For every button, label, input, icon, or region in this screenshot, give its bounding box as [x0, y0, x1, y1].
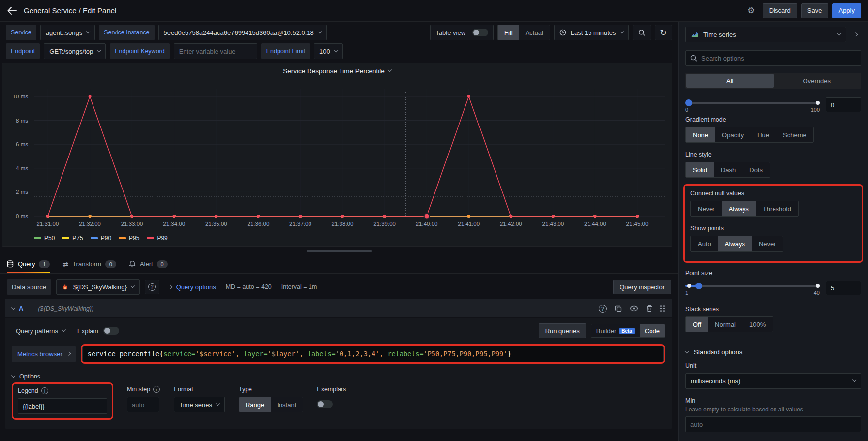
show-points-group: Show points Auto Always Never [690, 225, 856, 252]
time-range-picker[interactable]: Last 15 minutes [554, 25, 629, 40]
zoom-out-icon [638, 29, 646, 36]
back-button[interactable] [7, 6, 17, 15]
point-size-value[interactable]: 5 [826, 281, 861, 295]
line-solid-option[interactable]: Solid [686, 162, 714, 177]
promql-expression-input[interactable]: service_percentile{service='$service', l… [82, 346, 664, 362]
metrics-browser-button[interactable]: Metrics browser [12, 346, 76, 362]
line-dash-option[interactable]: Dash [714, 162, 743, 177]
zoom-out-button[interactable] [633, 25, 651, 40]
stack-normal-option[interactable]: Normal [708, 317, 743, 332]
gradient-scheme-option[interactable]: Scheme [776, 127, 813, 142]
explain-toggle[interactable] [103, 327, 119, 335]
query-options-section-toggle[interactable]: Options [5, 365, 672, 385]
panel-settings-button[interactable] [744, 3, 759, 18]
legend-item-P99[interactable]: P99 [147, 235, 167, 242]
tab-overrides[interactable]: Overrides [774, 74, 861, 88]
panel-resize-handle[interactable] [307, 250, 372, 252]
table-view-control: Table view [430, 25, 494, 40]
endpoint-limit-select[interactable]: 100 [314, 43, 343, 59]
slider-handle[interactable] [695, 283, 702, 289]
panel-title[interactable]: Service Response Time Percentile [2, 63, 672, 78]
fill-opacity-slider[interactable]: 0 100 [685, 97, 820, 114]
visualization-select[interactable]: Time series [685, 27, 846, 42]
query-row-actions [599, 305, 665, 313]
options-search-input[interactable] [701, 55, 856, 62]
tab-transform[interactable]: Transform 0 [62, 255, 116, 273]
table-view-toggle[interactable] [472, 29, 488, 36]
fill-option[interactable]: Fill [498, 25, 519, 40]
query-row-header[interactable]: A (${DS_SkyWalking}) [5, 299, 672, 318]
query-options-toggle[interactable]: Query options [168, 284, 216, 291]
query-inspector-button[interactable]: Query inspector [613, 280, 671, 294]
svg-text:8 ms: 8 ms [16, 118, 28, 124]
save-button[interactable]: Save [801, 3, 829, 18]
gradient-none-option[interactable]: None [686, 127, 715, 142]
service-variable-select[interactable]: agent::songs [40, 25, 95, 40]
interval-info: Interval = 1m [281, 284, 317, 290]
tab-query[interactable]: Query 1 [7, 255, 50, 273]
slider-handle[interactable] [685, 99, 692, 106]
legend-item-P95[interactable]: P95 [119, 235, 139, 242]
builder-mode-option[interactable]: Builder Beta [591, 324, 640, 337]
help-icon[interactable] [599, 305, 607, 313]
chevron-down-icon [130, 284, 134, 288]
apply-button[interactable]: Apply [832, 3, 861, 18]
actual-option[interactable]: Actual [519, 25, 550, 40]
endpoint-variable-label: Endpoint [6, 43, 40, 59]
connect-never-option[interactable]: Never [691, 201, 722, 216]
point-size-slider[interactable]: 1 40 [685, 281, 820, 297]
collapse-options-pane-button[interactable] [849, 27, 861, 42]
legend-item-P90[interactable]: P90 [91, 235, 111, 242]
unit-select[interactable]: milliseconds (ms) [685, 373, 861, 389]
exemplars-toggle[interactable] [317, 400, 333, 408]
trash-icon[interactable] [646, 305, 652, 312]
query-patterns-dropdown[interactable]: Query patterns [16, 327, 65, 335]
min-input[interactable] [685, 416, 861, 432]
datasource-help-button[interactable] [145, 280, 159, 294]
connect-threshold-option[interactable]: Threshold [756, 201, 798, 216]
line-dots-option[interactable]: Dots [743, 162, 770, 177]
refresh-button[interactable] [655, 25, 672, 40]
query-options-fields: Legend Min step Format Time series [5, 385, 672, 429]
legend-annotation-box: Legend [12, 382, 113, 420]
legend-input[interactable] [18, 398, 107, 414]
type-range-option[interactable]: Range [239, 397, 271, 412]
drag-handle-icon[interactable] [660, 305, 665, 312]
fill-actual-switch: Fill Actual [497, 25, 550, 40]
gradient-hue-option[interactable]: Hue [750, 127, 776, 142]
gradient-opacity-option[interactable]: Opacity [715, 127, 750, 142]
standard-options-section-toggle[interactable]: Standard options [685, 341, 861, 362]
discard-button[interactable]: Discard [763, 3, 797, 18]
tab-all[interactable]: All [686, 74, 774, 88]
format-select[interactable]: Time series [174, 397, 225, 412]
chart-panel: Service Response Time Percentile 0 ms2 m… [2, 63, 672, 247]
points-auto-option[interactable]: Auto [691, 236, 718, 251]
points-always-option[interactable]: Always [718, 236, 752, 251]
service-instance-variable-select[interactable]: 5eed0e5758a244aca6e7699415d360aa@10.52.0… [158, 25, 327, 40]
beta-badge: Beta [619, 328, 635, 334]
stack-100-option[interactable]: 100% [743, 317, 773, 332]
fill-opacity-value[interactable]: 0 [826, 97, 861, 112]
slider-end-dot [816, 101, 820, 105]
run-queries-button[interactable]: Run queries [539, 323, 586, 338]
code-mode-option[interactable]: Code [640, 324, 665, 337]
endpoint-keyword-input[interactable] [174, 43, 257, 59]
top-nav-bar: General Service / Edit Panel Discard Sav… [0, 0, 868, 22]
tab-alert[interactable]: Alert 0 [129, 255, 168, 273]
legend-item-P75[interactable]: P75 [62, 235, 83, 242]
connect-always-option[interactable]: Always [722, 201, 756, 216]
visualization-picker-row: Time series [685, 27, 861, 42]
variables-row-1: Service agent::songs Service Instance 5e… [0, 22, 678, 41]
points-never-option[interactable]: Never [752, 236, 783, 251]
duplicate-icon[interactable] [615, 305, 622, 312]
endpoint-variable-select[interactable]: GET:/songs/top [44, 43, 106, 59]
datasource-select[interactable]: ${DS_SkyWalking} [56, 279, 140, 295]
svg-text:4 ms: 4 ms [16, 165, 28, 171]
eye-icon[interactable] [630, 305, 638, 312]
stack-off-option[interactable]: Off [686, 317, 708, 332]
chevron-down-icon [852, 378, 856, 382]
min-step-input[interactable] [127, 397, 159, 412]
legend-item-P50[interactable]: P50 [34, 235, 55, 242]
type-instant-option[interactable]: Instant [271, 397, 303, 412]
info-icon [153, 386, 160, 393]
